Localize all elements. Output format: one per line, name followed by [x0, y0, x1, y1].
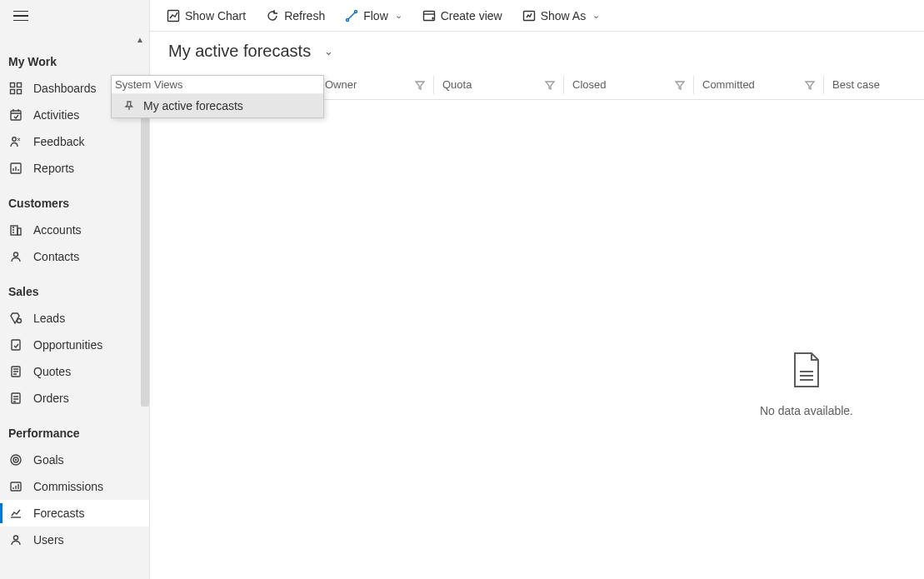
main: Show Chart Refresh Flow ⌄ Create view: [150, 0, 924, 579]
show-as-button[interactable]: Show As ⌄: [516, 6, 607, 26]
refresh-label: Refresh: [284, 9, 325, 22]
activities-icon: [8, 107, 23, 122]
nav-group-title: Performance: [0, 427, 149, 447]
orders-icon: [8, 391, 23, 406]
column-header-quota[interactable]: Quota: [433, 76, 563, 94]
show-chart-label: Show Chart: [185, 9, 246, 22]
column-header-label: Quota: [442, 78, 472, 91]
sidebar-item-label: Contacts: [33, 250, 79, 263]
sidebar-item-reports[interactable]: Reports: [0, 155, 149, 182]
accounts-icon: [8, 222, 23, 237]
view-dropdown-header: System Views: [112, 76, 323, 94]
chevron-down-icon: ⌄: [395, 10, 402, 21]
sidebar-item-label: Dashboards: [33, 82, 97, 95]
grid-body: No data available.: [150, 100, 924, 579]
nav-group-title: Sales: [0, 285, 149, 305]
filter-icon[interactable]: [805, 80, 815, 90]
goals-icon: [8, 452, 23, 467]
svg-rect-1: [17, 83, 22, 87]
leads-icon: [8, 311, 23, 326]
sidebar-item-label: Quotes: [33, 365, 71, 378]
flow-icon: [345, 9, 358, 22]
svg-rect-2: [11, 90, 15, 94]
create-view-label: Create view: [441, 9, 502, 22]
svg-rect-0: [11, 83, 15, 87]
forecasts-icon: [8, 506, 23, 521]
view-title: My active forecasts: [168, 42, 311, 61]
sidebar-item-label: Forecasts: [33, 507, 84, 520]
svg-rect-11: [12, 340, 20, 350]
create-view-button[interactable]: Create view: [416, 6, 509, 26]
nav-group-title: My Work: [0, 55, 149, 75]
sidebar-item-label: Reports: [33, 162, 74, 175]
sidebar-item-label: Goals: [33, 453, 64, 467]
view-selector-chevron[interactable]: ⌄: [321, 42, 337, 61]
empty-state-text: No data available.: [760, 404, 853, 417]
refresh-icon: [266, 9, 279, 22]
sidebar-item-label: Leads: [33, 312, 65, 325]
sidebar-item-leads[interactable]: Leads: [0, 305, 149, 332]
sidebar-scrollbar[interactable]: [141, 82, 149, 407]
sidebar-item-label: Accounts: [33, 223, 82, 237]
svg-point-9: [14, 252, 18, 257]
column-header-label: Owner: [325, 78, 357, 91]
nav-group-title: Customers: [0, 197, 149, 217]
show-as-icon: [522, 9, 536, 22]
reports-icon: [8, 161, 23, 176]
sidebar-item-feedback[interactable]: Feedback: [0, 128, 149, 155]
view-option-my-active-forecasts[interactable]: My active forecasts: [112, 94, 323, 117]
show-as-label: Show As: [541, 9, 586, 22]
view-option-label: My active forecasts: [143, 99, 243, 112]
quotes-icon: [8, 364, 23, 379]
sidebar-item-quotes[interactable]: Quotes: [0, 358, 149, 385]
hamburger-menu-button[interactable]: [13, 7, 30, 24]
dashboard-icon: [8, 81, 23, 96]
chevron-down-icon: ⌄: [592, 10, 600, 21]
sidebar-item-users[interactable]: Users: [0, 527, 149, 553]
filter-icon[interactable]: [675, 80, 685, 90]
sidebar-item-opportunities[interactable]: Opportunities: [0, 332, 149, 358]
view-header: My active forecasts ⌄: [150, 32, 924, 70]
column-header-label: Closed: [572, 78, 606, 91]
opportunities-icon: [8, 337, 23, 352]
sidebar-item-label: Feedback: [33, 135, 84, 148]
sidebar-item-label: Opportunities: [33, 338, 102, 352]
sidebar-item-accounts[interactable]: Accounts: [0, 217, 149, 243]
column-header-label: Best case: [832, 78, 880, 91]
show-chart-button[interactable]: Show Chart: [160, 6, 252, 26]
commissions-icon: [8, 479, 23, 494]
sidebar-item-forecasts[interactable]: Forecasts: [0, 500, 149, 527]
column-header-label: Committed: [702, 78, 755, 91]
document-icon: [789, 350, 824, 390]
svg-point-16: [16, 460, 17, 461]
svg-point-5: [12, 137, 16, 141]
column-header-committed[interactable]: Committed: [693, 76, 823, 94]
column-header-closed[interactable]: Closed: [563, 76, 693, 94]
sidebar-item-label: Users: [33, 533, 64, 547]
sidebar-item-label: Activities: [33, 108, 79, 122]
sidebar-item-contacts[interactable]: Contacts: [0, 243, 149, 270]
column-header-best_case[interactable]: Best case: [823, 76, 923, 94]
sidebar-item-commissions[interactable]: Commissions: [0, 473, 149, 500]
svg-point-18: [14, 536, 18, 540]
refresh-button[interactable]: Refresh: [259, 6, 332, 26]
filter-icon[interactable]: [545, 80, 555, 90]
users-icon: [8, 532, 23, 547]
contacts-icon: [8, 249, 23, 264]
filter-icon[interactable]: [415, 80, 425, 90]
sidebar-item-label: Orders: [33, 392, 69, 405]
empty-state: No data available.: [760, 350, 853, 417]
svg-point-10: [17, 319, 22, 323]
svg-rect-8: [17, 228, 21, 235]
sidebar-item-orders[interactable]: Orders: [0, 385, 149, 412]
svg-rect-3: [17, 90, 22, 94]
flow-button[interactable]: Flow ⌄: [338, 6, 409, 26]
sidebar-item-goals[interactable]: Goals: [0, 447, 149, 473]
pin-icon: [123, 100, 135, 112]
flow-label: Flow: [363, 9, 388, 22]
column-header-owner[interactable]: Owner: [317, 76, 433, 94]
create-view-icon: [422, 9, 436, 22]
chart-icon: [167, 9, 180, 22]
feedback-icon: [8, 134, 23, 149]
sidebar-item-label: Commissions: [33, 480, 103, 493]
